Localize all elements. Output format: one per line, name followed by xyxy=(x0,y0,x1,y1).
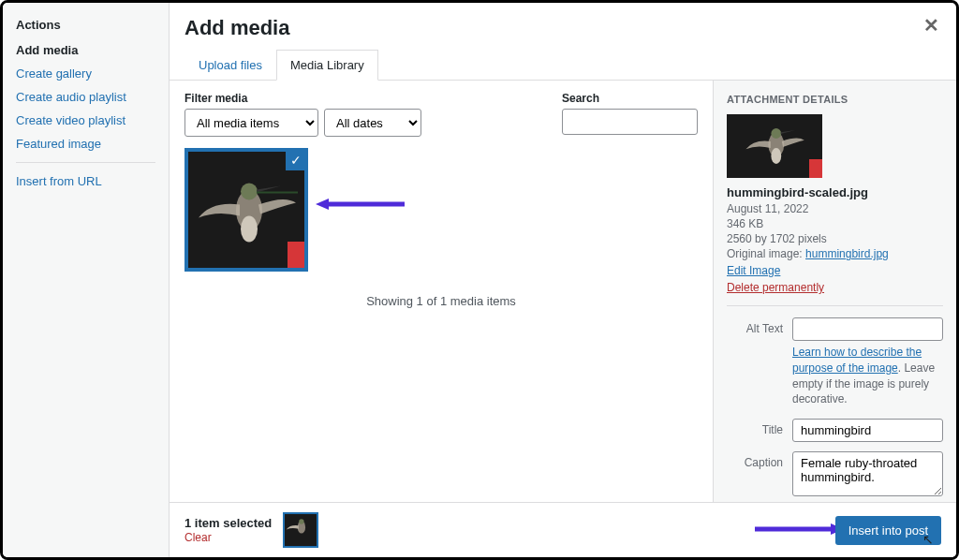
search-label: Search xyxy=(562,92,698,105)
modal-header: Add media ✕ xyxy=(170,3,956,50)
close-icon[interactable]: ✕ xyxy=(923,14,939,37)
svg-marker-5 xyxy=(316,199,329,210)
sidebar-divider xyxy=(16,162,155,163)
alt-text-input[interactable] xyxy=(792,317,943,341)
original-image-link[interactable]: hummingbird.jpg xyxy=(805,247,889,260)
annotation-arrow-insert xyxy=(750,520,844,538)
cursor-icon: ↖ xyxy=(922,532,934,547)
alt-text-hint: Learn how to describe the purpose of the… xyxy=(792,345,943,407)
sidebar-heading: Actions xyxy=(16,18,155,32)
svg-rect-3 xyxy=(257,192,298,194)
delete-link[interactable]: Delete permanently xyxy=(727,281,943,294)
title-input[interactable] xyxy=(792,419,943,442)
edit-image-link[interactable]: Edit Image xyxy=(727,264,943,277)
svg-point-2 xyxy=(241,184,258,200)
filter-label: Filter media xyxy=(184,92,421,105)
title-label: Title xyxy=(727,419,783,436)
details-thumbnail xyxy=(727,114,822,178)
actions-sidebar: Actions Add media Create gallery Create … xyxy=(3,3,170,557)
hummingbird-image xyxy=(195,164,298,248)
filter-media-type[interactable]: All media items xyxy=(184,109,318,137)
sidebar-item-gallery[interactable]: Create gallery xyxy=(16,66,155,81)
details-size: 346 KB xyxy=(727,217,943,230)
sidebar-item-add-media[interactable]: Add media xyxy=(16,43,155,57)
sidebar-item-featured[interactable]: Featured image xyxy=(16,137,155,151)
svg-point-1 xyxy=(241,216,258,243)
media-thumbnail[interactable]: ✓ xyxy=(184,148,308,272)
showing-count: Showing 1 of 1 media items xyxy=(184,294,698,308)
selection-count: 1 item selected xyxy=(184,516,272,530)
modal-title: Add media xyxy=(184,16,941,40)
tabs: Upload files Media Library xyxy=(170,50,956,81)
caption-input[interactable]: Female ruby-throated hummingbird. xyxy=(792,451,943,496)
clear-selection-link[interactable]: Clear xyxy=(184,531,212,544)
alt-text-label: Alt Text xyxy=(727,317,783,335)
details-original: Original image: hummingbird.jpg xyxy=(727,247,943,260)
tab-library[interactable]: Media Library xyxy=(276,50,378,81)
details-heading: ATTACHMENT DETAILS xyxy=(727,94,943,105)
media-toolbar: 1 item selected Clear Insert into post ↖ xyxy=(170,502,956,557)
details-date: August 11, 2022 xyxy=(727,202,943,215)
details-dimensions: 2560 by 1702 pixels xyxy=(727,232,943,245)
selection-thumbnail[interactable] xyxy=(283,512,318,548)
search-input[interactable] xyxy=(562,109,698,135)
sidebar-item-insert-url[interactable]: Insert from URL xyxy=(16,174,155,188)
svg-point-7 xyxy=(771,148,781,164)
checkmark-icon[interactable]: ✓ xyxy=(286,150,306,170)
red-accent xyxy=(288,242,304,268)
sidebar-item-video[interactable]: Create video playlist xyxy=(16,113,155,127)
details-filename: hummingbird-scaled.jpg xyxy=(727,185,943,199)
tab-upload[interactable]: Upload files xyxy=(184,50,276,80)
annotation-arrow-thumb xyxy=(316,195,409,214)
caption-label: Caption xyxy=(727,451,783,469)
filter-date[interactable]: All dates xyxy=(324,109,421,137)
attachment-details: ATTACHMENT DETAILS xyxy=(713,81,956,502)
sidebar-item-audio[interactable]: Create audio playlist xyxy=(16,90,155,104)
svg-point-8 xyxy=(771,128,781,139)
